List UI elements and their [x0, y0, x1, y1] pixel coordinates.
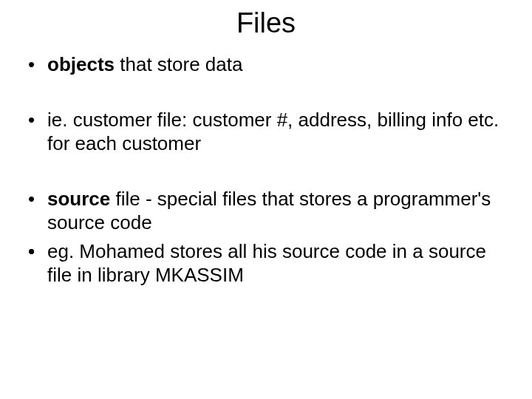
list-item: source file - special files that stores … [22, 187, 510, 235]
bullet-text: ie. customer file: customer #, address, … [47, 109, 499, 155]
bullet-list: objects that store data ie. customer fil… [22, 52, 510, 287]
bullet-bold: source [47, 188, 110, 210]
bullet-text: eg. Mohamed stores all his source code i… [47, 240, 486, 287]
bullet-text: that store data [115, 53, 242, 75]
bullet-bold: objects [47, 53, 115, 75]
slide-title: Files [22, 7, 510, 39]
list-item: objects that store data [22, 52, 510, 77]
bullet-text: file - special files that stores a progr… [47, 188, 491, 234]
list-item: eg. Mohamed stores all his source code i… [22, 239, 510, 287]
list-item: ie. customer file: customer #, address, … [22, 108, 510, 156]
